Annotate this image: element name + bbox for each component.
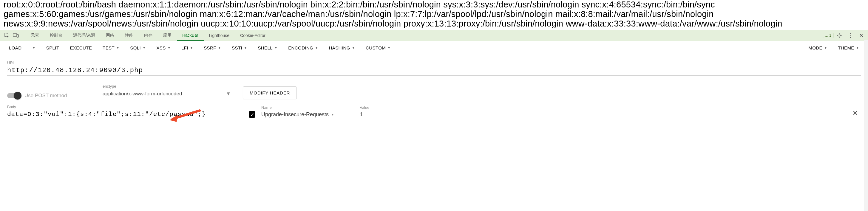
svg-point-4 <box>839 35 841 36</box>
hashing-button[interactable]: HASHING▼ <box>323 43 360 53</box>
device-toggle-icon[interactable] <box>11 31 20 40</box>
test-button[interactable]: TEST▼ <box>97 43 125 53</box>
tab-elements[interactable]: 元素 <box>25 30 44 41</box>
encoding-button[interactable]: ENCODING▼ <box>283 43 323 53</box>
chevron-down-icon: ▼ <box>226 91 231 97</box>
use-post-label: Use POST method <box>25 93 67 99</box>
close-devtools-icon[interactable]: ✕ <box>857 31 866 40</box>
tab-performance[interactable]: 性能 <box>120 30 139 41</box>
header-value-input[interactable]: 1 <box>360 110 449 119</box>
message-count: 1 <box>829 33 831 38</box>
ssti-button[interactable]: SSTI▼ <box>226 43 252 53</box>
more-icon[interactable]: ⋮ <box>846 31 855 40</box>
svg-rect-1 <box>13 34 17 36</box>
svg-rect-3 <box>825 34 828 36</box>
remove-header-icon[interactable]: ✕ <box>849 108 861 118</box>
body-input[interactable] <box>7 110 237 119</box>
load-dropdown[interactable]: ▼ <box>27 44 40 52</box>
tab-cookie-editor[interactable]: Cookie-Editor <box>235 30 271 41</box>
hackbar-toolbar: LOAD ▼ SPLIT EXECUTE TEST▼ SQLI▼ XSS▼ LF… <box>0 41 868 55</box>
ssrf-button[interactable]: SSRF▼ <box>198 43 226 53</box>
modify-header-button[interactable]: MODIFY HEADER <box>243 86 297 99</box>
enctype-select[interactable]: application/x-www-form-urlencoded ▼ <box>103 89 231 99</box>
header-enabled-checkbox[interactable]: ✓ <box>249 111 255 118</box>
tab-network[interactable]: 网络 <box>100 30 120 41</box>
devtools-panel: 元素 控制台 源代码/来源 网络 性能 内存 应用 HackBar Lighth… <box>0 30 868 124</box>
tab-lighthouse[interactable]: Lighthouse <box>204 30 235 41</box>
split-button[interactable]: SPLIT <box>41 43 65 53</box>
settings-icon[interactable] <box>835 31 844 40</box>
enctype-label: enctype <box>103 84 231 89</box>
xss-button[interactable]: XSS▼ <box>151 43 176 53</box>
header-name-value[interactable]: Upgrade-Insecure-Requests <box>261 110 329 119</box>
header-value-label: Value <box>360 105 449 110</box>
sqli-button[interactable]: SQLI▼ <box>125 43 151 53</box>
shell-button[interactable]: SHELL▼ <box>252 43 283 53</box>
use-post-toggle[interactable] <box>7 93 20 98</box>
custom-button[interactable]: CUSTOM▼ <box>360 43 396 53</box>
header-name-label: Name <box>261 105 354 110</box>
lfi-button[interactable]: LFI▼ <box>176 43 198 53</box>
url-input[interactable] <box>7 66 861 76</box>
scrollbar[interactable] <box>864 40 868 124</box>
tab-memory[interactable]: 内存 <box>139 30 158 41</box>
page-response-text: root:x:0:0:root:/root:/bin/bash daemon:x… <box>0 0 868 30</box>
tab-hackbar[interactable]: HackBar <box>177 30 204 41</box>
svg-rect-2 <box>17 35 19 37</box>
tab-sources[interactable]: 源代码/来源 <box>68 30 100 41</box>
theme-button[interactable]: THEME▼ <box>833 43 864 53</box>
tab-application[interactable]: 应用 <box>158 30 177 41</box>
message-badge[interactable]: 1 <box>823 33 833 38</box>
load-button[interactable]: LOAD <box>4 43 27 53</box>
mode-button[interactable]: MODE▼ <box>803 43 833 53</box>
enctype-value: application/x-www-form-urlencoded <box>103 91 182 97</box>
chevron-down-icon[interactable]: ▼ <box>331 113 334 116</box>
devtools-tab-bar: 元素 控制台 源代码/来源 网络 性能 内存 应用 HackBar Lighth… <box>0 30 868 41</box>
url-label: URL <box>7 61 861 65</box>
inspect-icon[interactable] <box>2 31 11 40</box>
tab-console[interactable]: 控制台 <box>44 30 68 41</box>
body-label: Body <box>7 105 237 109</box>
execute-button[interactable]: EXECUTE <box>64 43 97 53</box>
